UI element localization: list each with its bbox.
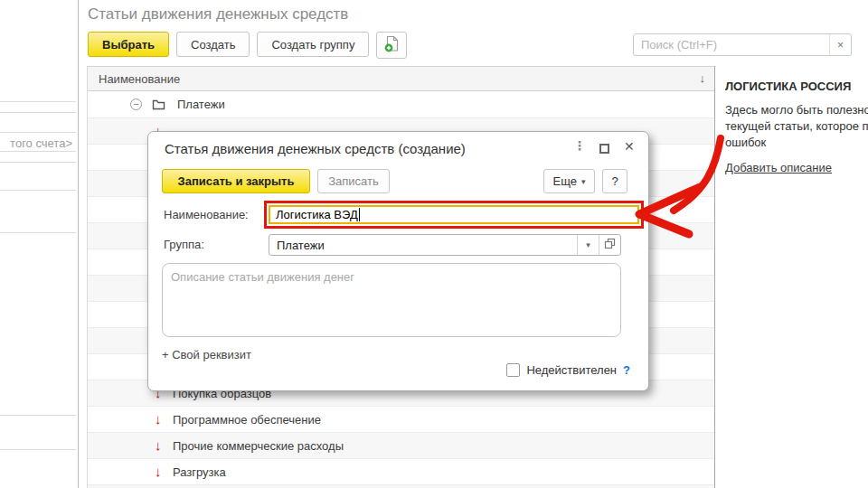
name-field[interactable]: Логистика ВЭД	[269, 205, 639, 224]
close-icon[interactable]: ✕	[624, 139, 635, 154]
invalid-help-link[interactable]: ?	[623, 363, 630, 377]
chevron-down-icon: ▾	[581, 177, 586, 186]
collapse-icon[interactable]: −	[130, 99, 142, 110]
save-button[interactable]: Записать	[317, 169, 390, 193]
search-placeholder: Поиск (Ctrl+F)	[634, 34, 829, 55]
create-group-button[interactable]: Создать группу	[257, 32, 369, 57]
cash-outflow-icon: ↓	[155, 413, 167, 426]
panel-separator	[714, 66, 715, 488]
background-divider	[0, 112, 76, 113]
maximize-icon[interactable]	[599, 144, 609, 154]
folder-icon	[152, 99, 165, 110]
background-field-text: того счета>	[0, 136, 72, 150]
help-button[interactable]: ?	[602, 169, 627, 193]
create-button[interactable]: Создать	[176, 32, 250, 57]
group-field-value: Платежи	[269, 235, 577, 255]
page-title: Статьи движения денежных средств	[88, 5, 348, 23]
table-row[interactable]: ↓ Прочие коммерческие расходы	[88, 433, 714, 459]
name-field-value: Логистика ВЭД	[276, 208, 358, 221]
background-divider	[0, 162, 76, 163]
sort-descending-icon[interactable]: ↓	[700, 71, 706, 85]
document-add-icon	[384, 35, 400, 55]
annotation-highlight-box: Логистика ВЭД	[264, 201, 644, 229]
group-field-label: Группа:	[164, 238, 204, 251]
group-field[interactable]: Платежи ▾	[269, 234, 621, 256]
invalid-checkbox-label: Недействителен	[526, 363, 617, 377]
row-label: Платежи	[177, 98, 225, 111]
table-row-group[interactable]: − Платежи	[88, 91, 714, 118]
create-item-dialog: Статья движения денежных средств (создан…	[147, 131, 649, 391]
add-custom-attribute-link[interactable]: + Свой реквизит	[162, 348, 251, 361]
invalid-checkbox[interactable]	[506, 363, 520, 377]
invalid-checkbox-row: Недействителен ?	[506, 363, 630, 377]
create-by-copy-button[interactable]	[376, 32, 407, 59]
side-panel: ЛОГИСТИКА РОССИЯ Здесь могло быть полезн…	[725, 80, 868, 174]
background-divider	[0, 151, 76, 152]
side-panel-text: Здесь могло быть полезно	[725, 102, 868, 118]
side-panel-text: ошибок	[725, 135, 868, 151]
description-textarea[interactable]: Описание статьи движения денег	[162, 263, 621, 337]
background-divider	[0, 449, 76, 450]
side-panel-text: текущей статьи, которое п	[725, 118, 868, 135]
dialog-title: Статья движения денежных средств (создан…	[165, 141, 466, 156]
app-window: того счета> Статьи движения денежных сре…	[0, 0, 868, 488]
background-divider	[0, 232, 76, 233]
window-separator	[78, 0, 79, 488]
cash-outflow-icon: ↓	[155, 465, 167, 478]
cash-outflow-icon: ↓	[155, 439, 167, 452]
background-divider	[0, 101, 76, 102]
name-field-label: Наименование:	[164, 208, 249, 221]
background-divider	[0, 190, 76, 191]
row-label: Прочие коммерческие расходы	[173, 439, 344, 453]
search-input[interactable]: Поиск (Ctrl+F) ×	[633, 33, 852, 56]
search-clear-icon[interactable]: ×	[829, 34, 851, 55]
row-label: Программное обеспечение	[173, 413, 321, 427]
show-all-button[interactable]	[599, 235, 620, 255]
table-row[interactable]: ↓ Программное обеспечение	[88, 407, 714, 433]
select-button[interactable]: Выбрать	[88, 32, 169, 57]
more-button[interactable]: Еще ▾	[543, 169, 595, 193]
toolbar: Выбрать Создать Создать группу	[88, 32, 407, 59]
open-list-icon	[604, 237, 616, 253]
side-panel-heading: ЛОГИСТИКА РОССИЯ	[725, 80, 868, 93]
dropdown-icon[interactable]: ▾	[577, 235, 599, 255]
background-divider	[0, 132, 76, 133]
column-header-name: Наименование	[99, 72, 180, 86]
row-label: Разгрузка	[173, 465, 226, 479]
table-row[interactable]: ↓ Разгрузка	[88, 459, 714, 485]
more-button-label: Еще	[553, 174, 577, 188]
background-divider	[0, 415, 76, 416]
window-menu-icon[interactable]: ⋮	[573, 138, 586, 153]
table-header-row[interactable]: Наименование ↓	[88, 67, 714, 91]
save-and-close-button[interactable]: Записать и закрыть	[162, 169, 310, 193]
add-description-link[interactable]: Добавить описание	[725, 161, 832, 174]
text-caret	[359, 208, 360, 221]
